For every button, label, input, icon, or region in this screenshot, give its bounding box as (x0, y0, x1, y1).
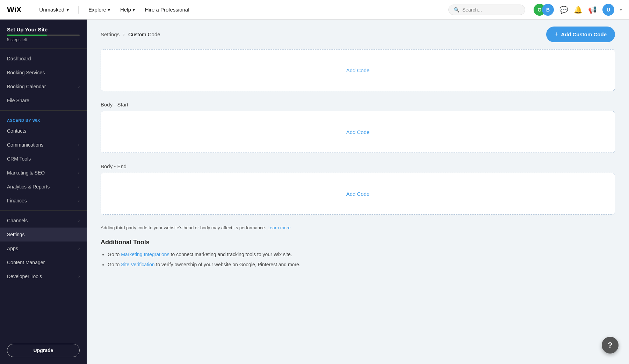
explore-link[interactable]: Explore ▾ (84, 5, 115, 15)
bullet-item-verification: Go to Site Verification to verify owners… (108, 261, 615, 268)
help-label: Help (120, 7, 131, 13)
booking-services-label: Booking Services (7, 70, 45, 75)
topnav: WiX Unmasked ▾ Explore ▾ Help ▾ Hire a P… (0, 0, 629, 20)
bell-icon[interactable]: 🔔 (574, 6, 583, 14)
sidebar-divider-3 (0, 210, 87, 211)
sidebar-item-communications[interactable]: Communications › (0, 138, 87, 152)
breadcrumb-current: Custom Code (128, 31, 160, 37)
sidebar-item-file-share[interactable]: File Share (0, 94, 87, 107)
megaphone-icon[interactable]: 📢 (588, 6, 597, 14)
content-manager-label: Content Manager (7, 260, 45, 265)
help-chevron: ▾ (132, 7, 135, 13)
chat-icon[interactable]: 💬 (559, 6, 568, 14)
additional-tools-title: Additional Tools (101, 239, 615, 246)
body-start-code-box[interactable]: Add Code (101, 111, 615, 153)
avatar-blue[interactable]: B (542, 4, 554, 16)
sidebar-item-content-manager[interactable]: Content Manager (0, 255, 87, 269)
brand-label: Unmasked (39, 7, 64, 13)
sidebar-item-crm-tools[interactable]: CRM Tools › (0, 152, 87, 166)
sidebar-setup: Set Up Your Site 5 steps left (0, 20, 87, 46)
bullet-prefix-1: Go to (108, 252, 121, 257)
booking-calendar-label: Booking Calendar (7, 84, 46, 89)
progress-bar-fill (7, 35, 47, 36)
notice-text: Adding third party code to your website'… (101, 225, 615, 230)
sidebar-item-dashboard[interactable]: Dashboard (0, 52, 87, 66)
sidebar-item-finances[interactable]: Finances › (0, 194, 87, 208)
channels-label: Channels (7, 218, 28, 223)
dashboard-label: Dashboard (7, 56, 31, 61)
sidebar-item-developer-tools[interactable]: Developer Tools › (0, 269, 87, 283)
sidebar-item-settings[interactable]: Settings (0, 228, 87, 242)
body-end-code-box[interactable]: Add Code (101, 173, 615, 215)
first-code-box[interactable]: Add Code (101, 49, 615, 91)
avatar-pair: G B (534, 4, 554, 16)
add-code-plus-icon: + (555, 31, 558, 38)
communications-chevron: › (78, 142, 80, 147)
wix-logo: WiX (7, 5, 21, 14)
content-body: Add Code Body - Start Add Code Body - En… (87, 49, 629, 364)
apps-label: Apps (7, 246, 18, 251)
hire-link[interactable]: Hire a Professional (141, 5, 194, 15)
bullet-prefix-2: Go to (108, 262, 121, 267)
marketing-integrations-link[interactable]: Marketing Integrations (121, 252, 169, 257)
steps-left: 5 steps left (7, 37, 80, 42)
search-input[interactable] (462, 7, 520, 13)
nav-separator (30, 6, 30, 14)
user-chevron[interactable]: ▾ (620, 7, 622, 12)
file-share-label: File Share (7, 98, 29, 103)
search-icon: 🔍 (454, 7, 460, 13)
marketing-seo-label: Marketing & SEO (7, 170, 45, 176)
developer-tools-chevron: › (78, 274, 80, 279)
add-custom-code-button[interactable]: + Add Custom Code (546, 27, 615, 42)
analytics-reports-label: Analytics & Reports (7, 184, 50, 190)
help-link[interactable]: Help ▾ (116, 5, 139, 15)
sidebar-item-apps[interactable]: Apps › (0, 242, 87, 255)
help-fab-button[interactable]: ? (602, 337, 619, 354)
additional-tools-list: Go to Marketing Integrations to connect … (101, 251, 615, 268)
sidebar-item-booking-services[interactable]: Booking Services (0, 66, 87, 80)
explore-chevron: ▾ (108, 7, 110, 13)
main-content: Settings › Custom Code + Add Custom Code… (87, 20, 629, 364)
settings-label: Settings (7, 232, 25, 237)
sidebar-item-contacts[interactable]: Contacts (0, 124, 87, 138)
content-header: Settings › Custom Code + Add Custom Code (87, 20, 629, 49)
sidebar-item-booking-calendar[interactable]: Booking Calendar › (0, 80, 87, 94)
brand-chevron: ▾ (66, 7, 69, 13)
bullet-suffix-1: to connect marketing and tracking tools … (171, 252, 292, 257)
analytics-reports-chevron: › (78, 184, 80, 189)
sidebar-divider-2 (0, 110, 87, 111)
layout: Set Up Your Site 5 steps left Dashboard … (0, 20, 629, 364)
first-add-code-link[interactable]: Add Code (346, 67, 370, 73)
topnav-links: Explore ▾ Help ▾ Hire a Professional (84, 5, 193, 15)
body-start-add-code-link[interactable]: Add Code (346, 129, 370, 135)
developer-tools-label: Developer Tools (7, 274, 42, 279)
user-avatar[interactable]: U (602, 4, 614, 16)
body-end-add-code-link[interactable]: Add Code (346, 191, 370, 197)
sidebar-item-analytics-reports[interactable]: Analytics & Reports › (0, 180, 87, 194)
upgrade-button[interactable]: Upgrade (7, 344, 80, 357)
breadcrumb: Settings › Custom Code (101, 31, 160, 37)
breadcrumb-separator: › (123, 32, 125, 37)
body-start-label: Body - Start (101, 102, 615, 107)
topnav-icons: G B 💬 🔔 📢 U ▾ (534, 4, 622, 16)
channels-chevron: › (78, 218, 80, 223)
sidebar: Set Up Your Site 5 steps left Dashboard … (0, 20, 87, 364)
add-code-label: Add Custom Code (561, 31, 607, 37)
sidebar-item-marketing-seo[interactable]: Marketing & SEO › (0, 166, 87, 180)
learn-more-link[interactable]: Learn more (267, 225, 290, 230)
brand-button[interactable]: Unmasked ▾ (36, 5, 73, 15)
bullet-item-marketing: Go to Marketing Integrations to connect … (108, 251, 615, 258)
nav-separator-2 (78, 6, 79, 14)
upgrade-wrap: Upgrade (0, 337, 87, 364)
crm-tools-label: CRM Tools (7, 156, 31, 162)
bullet-suffix-2: to verify ownership of your website on G… (156, 262, 301, 267)
breadcrumb-settings[interactable]: Settings (101, 31, 120, 37)
site-verification-link[interactable]: Site Verification (121, 262, 155, 267)
ascend-section-label: Ascend by Wix (0, 113, 87, 124)
search-bar[interactable]: 🔍 (448, 5, 525, 15)
communications-label: Communications (7, 142, 43, 148)
booking-calendar-chevron: › (78, 84, 80, 89)
body-end-label: Body - End (101, 163, 615, 169)
apps-chevron: › (78, 246, 80, 251)
sidebar-item-channels[interactable]: Channels › (0, 214, 87, 228)
